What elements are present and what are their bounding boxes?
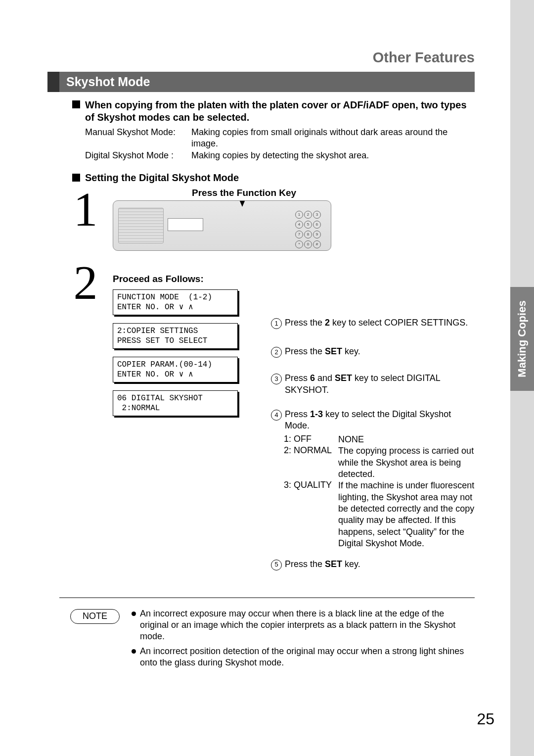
lcd-display: 06 DIGITAL SKYSHOT 2:NORMAL [113,390,238,416]
square-bullet-icon [72,100,80,108]
instruction-3: 3 Press 6 and SET key to select DIGITAL … [271,373,475,396]
side-tab: Making Copies [510,287,534,391]
circled-4-icon: 4 [271,410,282,421]
instruction-5: 5 Press the SET key. [271,559,475,570]
lcd-display: 2:COPIER SETTINGS PRESS SET TO SELECT [113,323,238,349]
note-item: An incorrect exposure may occur when the… [132,608,475,643]
step1-label: Press the Function Key [192,188,475,198]
step-2: 2 Proceed as Follows: FUNCTION MODE (1-2… [59,261,475,577]
square-bullet-icon [72,174,80,182]
bullet-icon [132,649,136,654]
circled-1-icon: 1 [271,318,282,329]
note-item: An incorrect position detection of the o… [132,646,475,669]
note-block: NOTE An incorrect exposure may occur whe… [59,608,475,672]
lcd-display: FUNCTION MODE (1-2) ENTER NO. OR ∨ ∧ [113,289,238,315]
note-label: NOTE [70,609,120,624]
step2-title: Proceed as Follows: [113,274,475,284]
page-title: Other Features [59,49,475,66]
step-1: 1 Press the Function Key 123 456 789 *0# [59,188,475,251]
bullet-icon [132,612,136,616]
sub-heading: Setting the Digital Skyshot Mode [85,172,239,184]
step-number-2: 2 [68,261,103,577]
step-number-1: 1 [68,188,103,251]
control-panel-illustration: 123 456 789 *0# [113,200,331,251]
instruction-4: 4 Press 1-3 key to select the Digital Sk… [271,409,475,432]
circled-3-icon: 3 [271,374,282,384]
instruction-2: 2 Press the SET key. [271,346,475,358]
page-number: 25 [477,710,494,728]
side-tab-label: Making Copies [516,300,529,377]
circled-2-icon: 2 [271,347,282,358]
instruction-1: 1 Press the 2 key to select COPIER SETTI… [271,317,475,329]
separator [59,597,475,598]
section-banner: Skyshot Mode [59,72,475,92]
intro-text: When copying from the platen with the pl… [85,99,475,124]
mode-line-manual: Manual Skyshot Mode: Making copies from … [85,127,475,150]
circled-5-icon: 5 [271,560,282,570]
mode-line-digital: Digital Skyshot Mode : Making copies by … [85,150,475,161]
intro-block: When copying from the platen with the pl… [59,99,475,124]
arrow-down-icon [239,200,245,207]
keypad-icon: 123 456 789 *0# [295,211,320,248]
options-table: 1: OFFNONE 2: NORMALThe copying process … [284,434,475,550]
lcd-display: COPIER PARAM.(00-14) ENTER NO. OR ∨ ∧ [113,357,238,382]
